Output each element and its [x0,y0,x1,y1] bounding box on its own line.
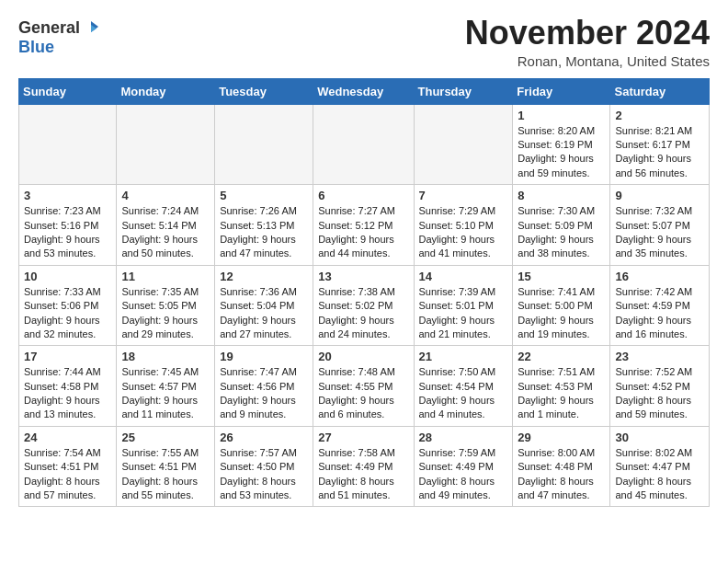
day-info: Sunrise: 7:47 AMSunset: 4:56 PMDaylight:… [220,365,308,422]
day-number: 4 [121,189,210,202]
day-number: 8 [518,189,605,202]
calendar-week-4: 24Sunrise: 7:54 AMSunset: 4:51 PMDayligh… [19,426,710,507]
calendar-cell: 28Sunrise: 7:59 AMSunset: 4:49 PMDayligh… [414,426,513,507]
calendar-cell: 15Sunrise: 7:41 AMSunset: 5:00 PMDayligh… [513,265,610,346]
day-info: Sunrise: 7:36 AMSunset: 5:04 PMDaylight:… [220,285,308,342]
day-number: 13 [318,270,408,283]
calendar-cell: 26Sunrise: 7:57 AMSunset: 4:50 PMDayligh… [215,426,313,507]
calendar-cell [313,104,414,185]
calendar-cell: 11Sunrise: 7:35 AMSunset: 5:05 PMDayligh… [117,265,215,346]
calendar-cell: 18Sunrise: 7:45 AMSunset: 4:57 PMDayligh… [117,346,215,427]
day-number: 1 [518,109,605,122]
location: Ronan, Montana, United States [465,53,710,69]
logo: General Blue [18,18,100,57]
calendar-week-0: 1Sunrise: 8:20 AMSunset: 6:19 PMDaylight… [19,104,710,185]
calendar-cell: 7Sunrise: 7:29 AMSunset: 5:10 PMDaylight… [414,185,513,266]
calendar-cell [414,104,513,185]
col-header-monday: Monday [117,78,215,104]
day-info: Sunrise: 7:32 AMSunset: 5:07 PMDaylight:… [615,204,704,261]
day-info: Sunrise: 7:33 AMSunset: 5:06 PMDaylight:… [24,285,111,342]
day-info: Sunrise: 7:42 AMSunset: 4:59 PMDaylight:… [615,285,704,342]
day-number: 27 [318,431,408,444]
day-number: 15 [518,270,605,283]
calendar-cell: 2Sunrise: 8:21 AMSunset: 6:17 PMDaylight… [610,104,710,185]
calendar-cell: 22Sunrise: 7:51 AMSunset: 4:53 PMDayligh… [513,346,610,427]
calendar-cell: 4Sunrise: 7:24 AMSunset: 5:14 PMDaylight… [117,185,215,266]
day-number: 5 [220,189,308,202]
day-info: Sunrise: 7:51 AMSunset: 4:53 PMDaylight:… [518,365,605,422]
day-number: 7 [419,189,508,202]
day-number: 19 [220,350,308,363]
day-info: Sunrise: 8:02 AMSunset: 4:47 PMDaylight:… [615,446,704,503]
day-info: Sunrise: 7:30 AMSunset: 5:09 PMDaylight:… [518,204,605,261]
calendar-cell: 27Sunrise: 7:58 AMSunset: 4:49 PMDayligh… [313,426,414,507]
day-number: 9 [615,189,704,202]
header: General Blue November 2024 Ronan, Montan… [18,15,710,69]
col-header-wednesday: Wednesday [313,78,414,104]
calendar-cell: 10Sunrise: 7:33 AMSunset: 5:06 PMDayligh… [19,265,117,346]
day-info: Sunrise: 7:54 AMSunset: 4:51 PMDaylight:… [24,446,111,503]
day-info: Sunrise: 7:23 AMSunset: 5:16 PMDaylight:… [24,204,111,261]
day-info: Sunrise: 7:26 AMSunset: 5:13 PMDaylight:… [220,204,308,261]
day-number: 26 [220,431,308,444]
day-info: Sunrise: 7:44 AMSunset: 4:58 PMDaylight:… [24,365,111,422]
logo-general-text: General [18,18,80,38]
day-info: Sunrise: 8:20 AMSunset: 6:19 PMDaylight:… [518,124,605,181]
day-info: Sunrise: 7:59 AMSunset: 4:49 PMDaylight:… [419,446,508,503]
calendar-cell [19,104,117,185]
day-info: Sunrise: 7:58 AMSunset: 4:49 PMDaylight:… [318,446,408,503]
calendar-cell: 9Sunrise: 7:32 AMSunset: 5:07 PMDaylight… [610,185,710,266]
day-info: Sunrise: 7:29 AMSunset: 5:10 PMDaylight:… [419,204,508,261]
calendar-week-3: 17Sunrise: 7:44 AMSunset: 4:58 PMDayligh… [19,346,710,427]
day-number: 11 [121,270,210,283]
calendar-cell: 23Sunrise: 7:52 AMSunset: 4:52 PMDayligh… [610,346,710,427]
day-info: Sunrise: 7:55 AMSunset: 4:51 PMDaylight:… [121,446,210,503]
calendar-header-row: SundayMondayTuesdayWednesdayThursdayFrid… [19,78,710,104]
day-info: Sunrise: 7:50 AMSunset: 4:54 PMDaylight:… [419,365,508,422]
calendar-cell: 1Sunrise: 8:20 AMSunset: 6:19 PMDaylight… [513,104,610,185]
day-number: 3 [24,189,111,202]
calendar-cell [215,104,313,185]
day-number: 25 [121,431,210,444]
day-info: Sunrise: 7:48 AMSunset: 4:55 PMDaylight:… [318,365,408,422]
calendar-week-2: 10Sunrise: 7:33 AMSunset: 5:06 PMDayligh… [19,265,710,346]
title-block: November 2024 Ronan, Montana, United Sta… [465,15,710,69]
day-number: 17 [24,350,111,363]
day-info: Sunrise: 7:38 AMSunset: 5:02 PMDaylight:… [318,285,408,342]
month-title: November 2024 [465,15,710,52]
col-header-friday: Friday [513,78,610,104]
day-number: 16 [615,270,704,283]
calendar-cell: 17Sunrise: 7:44 AMSunset: 4:58 PMDayligh… [19,346,117,427]
calendar-cell: 29Sunrise: 8:00 AMSunset: 4:48 PMDayligh… [513,426,610,507]
day-number: 29 [518,431,605,444]
day-info: Sunrise: 7:52 AMSunset: 4:52 PMDaylight:… [615,365,704,422]
calendar-cell: 6Sunrise: 7:27 AMSunset: 5:12 PMDaylight… [313,185,414,266]
day-number: 10 [24,270,111,283]
calendar-cell: 3Sunrise: 7:23 AMSunset: 5:16 PMDaylight… [19,185,117,266]
day-number: 20 [318,350,408,363]
calendar-cell: 14Sunrise: 7:39 AMSunset: 5:01 PMDayligh… [414,265,513,346]
day-info: Sunrise: 7:35 AMSunset: 5:05 PMDaylight:… [121,285,210,342]
day-info: Sunrise: 7:24 AMSunset: 5:14 PMDaylight:… [121,204,210,261]
calendar-cell: 19Sunrise: 7:47 AMSunset: 4:56 PMDayligh… [215,346,313,427]
day-number: 21 [419,350,508,363]
calendar-cell: 24Sunrise: 7:54 AMSunset: 4:51 PMDayligh… [19,426,117,507]
day-number: 23 [615,350,704,363]
col-header-thursday: Thursday [414,78,513,104]
col-header-tuesday: Tuesday [215,78,313,104]
day-number: 6 [318,189,408,202]
col-header-sunday: Sunday [19,78,117,104]
calendar-cell: 16Sunrise: 7:42 AMSunset: 4:59 PMDayligh… [610,265,710,346]
day-info: Sunrise: 7:27 AMSunset: 5:12 PMDaylight:… [318,204,408,261]
col-header-saturday: Saturday [610,78,710,104]
calendar-cell [117,104,215,185]
day-number: 28 [419,431,508,444]
day-info: Sunrise: 7:57 AMSunset: 4:50 PMDaylight:… [220,446,308,503]
logo-blue-text: Blue [18,38,54,57]
calendar-cell: 13Sunrise: 7:38 AMSunset: 5:02 PMDayligh… [313,265,414,346]
day-info: Sunrise: 8:00 AMSunset: 4:48 PMDaylight:… [518,446,605,503]
page: General Blue November 2024 Ronan, Montan… [0,0,728,522]
day-number: 18 [121,350,210,363]
day-info: Sunrise: 7:39 AMSunset: 5:01 PMDaylight:… [419,285,508,342]
calendar-table: SundayMondayTuesdayWednesdayThursdayFrid… [18,78,710,508]
